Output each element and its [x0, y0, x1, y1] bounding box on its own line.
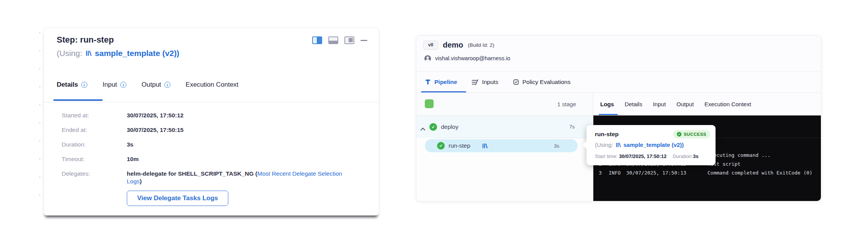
view-delegate-tasks-logs-button[interactable]: View Delegate Tasks Logs	[127, 191, 228, 206]
tab-logs[interactable]: Logs	[600, 101, 614, 107]
detail-row-timeout: Timeout: 10m	[62, 155, 364, 163]
step-details-card: Step: run-step (Using: sample_template (…	[43, 28, 379, 216]
step-title: Step: run-step	[57, 35, 114, 45]
build-id-label: (Build Id: 2)	[468, 42, 494, 48]
stage-duration: 7s	[569, 124, 575, 130]
tooltip-time-line: Start time: 30/07/2025, 17:50:12 Duratio…	[595, 153, 698, 159]
tab-policy-evaluations[interactable]: Policy Evaluations	[513, 79, 571, 86]
stage-row-deploy[interactable]: ✓ deploy 7s	[416, 116, 593, 138]
tab-execution-context[interactable]: Execution Context	[704, 101, 751, 107]
window-layout-controls	[312, 36, 367, 44]
execution-tabs: Pipeline Inputs Policy Evaluations	[425, 72, 570, 92]
active-tab-underline	[599, 114, 618, 115]
detail-row-delegates: Delegates: helm-delegate for SHELL_SCRIP…	[62, 170, 364, 185]
using-prefix: (Using:	[57, 49, 82, 58]
version-badge: v0	[423, 41, 438, 49]
user-icon	[424, 55, 431, 62]
stage-count: 1 stage	[557, 101, 576, 107]
template-icon	[482, 143, 488, 150]
step-detail-rows: Started at: 30/07/2025, 17:50:12 Ended a…	[62, 112, 364, 192]
tab-input[interactable]: Input i	[103, 81, 126, 89]
step-list-divider	[434, 138, 590, 138]
pipeline-icon	[425, 79, 431, 85]
tab-output[interactable]: Output i	[142, 81, 170, 89]
tooltip-step-name: run-step	[595, 131, 619, 138]
template-link[interactable]: sample_template (v2))	[95, 49, 180, 58]
execution-header: v0 demo (Build Id: 2)	[423, 39, 494, 51]
detail-row-ended: Ended at: 30/07/2025, 17:50:15	[62, 126, 364, 134]
policy-shield-icon	[513, 79, 519, 85]
pipeline-name: demo	[443, 41, 463, 49]
split-left-layout-icon[interactable]	[312, 36, 322, 44]
status-badge: ✓ SUCCESS	[673, 130, 710, 138]
log-tabs: Logs Details Input Output Execution Cont…	[600, 93, 751, 115]
tabs-divider	[44, 102, 379, 102]
user-email: vishal.vishwaroop@harness.io	[435, 55, 510, 61]
chevron-up-icon[interactable]	[420, 125, 426, 132]
step-detail-tabs: Details i Input i Output i Execution Con…	[57, 81, 239, 89]
pipeline-execution-panel: v0 demo (Build Id: 2) vishal.vishwaroop@…	[416, 35, 821, 201]
tab-inputs[interactable]: Inputs	[472, 79, 498, 86]
stage-tree-panel: 1 stage ✓ deploy 7s ✓ run-step 3s	[416, 93, 593, 201]
inputs-icon	[472, 79, 478, 85]
info-icon[interactable]: i	[81, 82, 87, 88]
tab-details[interactable]: Details	[625, 101, 642, 107]
active-tab-underline	[53, 99, 103, 101]
step-name: run-step	[449, 142, 470, 149]
stage-name: deploy	[441, 123, 459, 130]
success-check-icon: ✓	[429, 123, 437, 131]
template-icon	[86, 51, 92, 56]
info-icon[interactable]: i	[120, 82, 126, 88]
tab-details[interactable]: Details i	[57, 81, 87, 89]
tab-execution-context[interactable]: Execution Context	[186, 81, 239, 89]
detail-row-started: Started at: 30/07/2025, 17:50:12	[62, 112, 364, 119]
tab-input[interactable]: Input	[653, 101, 666, 107]
tab-output[interactable]: Output	[676, 101, 694, 107]
trigger-user-row: vishal.vishwaroop@harness.io	[424, 54, 510, 63]
step-duration: 3s	[554, 143, 559, 149]
info-icon[interactable]: i	[164, 82, 170, 88]
tooltip-using-line: (Using: sample_template (v2))	[595, 142, 684, 148]
bottom-layout-icon[interactable]	[328, 36, 338, 44]
screenshot-canvas: Step: run-step (Using: sample_template (…	[0, 0, 868, 247]
success-check-icon: ✓	[437, 142, 445, 150]
tab-pipeline[interactable]: Pipeline	[425, 79, 457, 86]
log-line-3: 3 INFO 30/07/2025, 17:50:13 Command comp…	[599, 168, 812, 177]
template-link[interactable]: sample_template (v2))	[624, 142, 684, 148]
step-status-tooltip: run-step ✓ SUCCESS (Using: sample_templa…	[586, 125, 716, 165]
panel-resize-rail[interactable]	[39, 32, 40, 212]
detail-row-duration: Duration: 3s	[62, 141, 364, 148]
stage-summary-bar: 1 stage	[416, 93, 593, 115]
step-row-run-step[interactable]: ✓ run-step 3s	[425, 139, 578, 152]
template-icon	[616, 143, 621, 147]
right-layout-icon[interactable]	[344, 36, 354, 44]
stage-status-square	[425, 99, 434, 108]
step-using-line: (Using: sample_template (v2))	[57, 49, 179, 58]
success-check-icon: ✓	[677, 132, 681, 137]
minimize-icon[interactable]	[360, 40, 367, 41]
